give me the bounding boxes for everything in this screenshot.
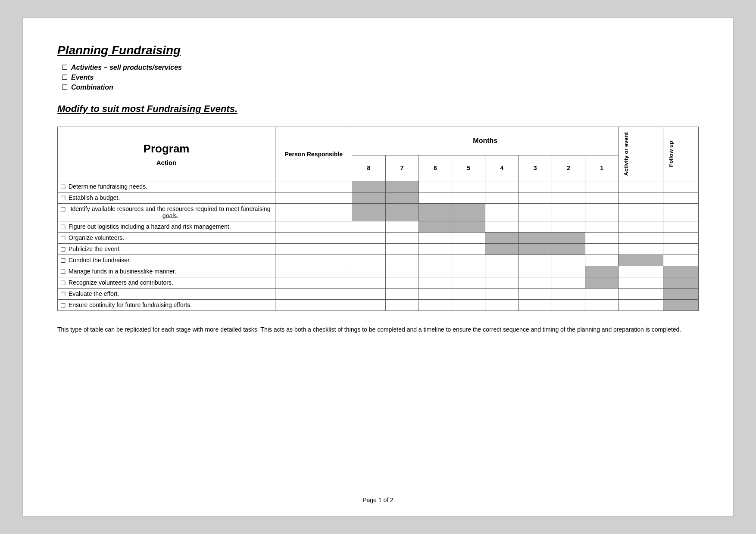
action-cell: Identify available resources and the res… [58, 204, 275, 221]
month-cell-6 [419, 300, 452, 311]
month-col-6: 6 [419, 155, 452, 181]
month-cell-5 [452, 181, 485, 192]
month-cell-8 [352, 266, 385, 277]
month-cell-6 [419, 192, 452, 204]
activity-cell [619, 244, 663, 255]
person-cell [275, 233, 352, 244]
action-label: Action [60, 159, 272, 166]
table-row: Identify available resources and the res… [58, 204, 699, 221]
month-cell-2 [552, 266, 585, 277]
activity-cell [619, 192, 663, 204]
month-cell-5 [452, 204, 485, 221]
person-cell [275, 181, 352, 192]
follow-up-header: Follow up [663, 127, 699, 181]
month-cell-2 [552, 221, 585, 233]
person-cell [275, 204, 352, 221]
month-cell-7 [385, 255, 419, 266]
table-row: Figure out logistics including a hazard … [58, 221, 699, 233]
month-cell-1 [585, 221, 618, 233]
month-cell-6 [419, 221, 452, 233]
follow-up-cell [663, 255, 699, 266]
month-cell-4 [485, 266, 519, 277]
month-cell-2 [552, 204, 585, 221]
activity-cell [619, 255, 663, 266]
activity-cell [619, 289, 663, 300]
activity-event-label: Activity or event [621, 129, 631, 179]
month-cell-2 [552, 300, 585, 311]
person-responsible-label: Person Responsible [284, 151, 343, 158]
activity-cell [619, 221, 663, 233]
month-cell-1 [585, 244, 618, 255]
follow-up-cell [663, 181, 699, 192]
month-col-4: 4 [485, 155, 519, 181]
person-cell [275, 192, 352, 204]
person-cell [275, 221, 352, 233]
month-cell-2 [552, 233, 585, 244]
month-cell-4 [485, 221, 519, 233]
month-cell-2 [552, 192, 585, 204]
month-cell-8 [352, 233, 385, 244]
month-cell-7 [385, 204, 419, 221]
month-cell-4 [485, 244, 519, 255]
month-cell-8 [352, 244, 385, 255]
action-cell: Recognize volunteers and contributors. [58, 277, 275, 289]
follow-up-cell [663, 233, 699, 244]
month-cell-3 [519, 266, 552, 277]
month-cell-3 [519, 221, 552, 233]
month-cell-3 [519, 233, 552, 244]
month-cell-8 [352, 277, 385, 289]
month-cell-8 [352, 181, 385, 192]
month-cell-4 [485, 192, 519, 204]
page-title: Planning Fundraising [57, 43, 699, 57]
month-col-1: 1 [585, 155, 618, 181]
month-cell-6 [419, 289, 452, 300]
month-cell-6 [419, 277, 452, 289]
checklist-item-3: Combination [62, 83, 699, 91]
checklist-item-1: Activities – sell products/services [62, 63, 699, 71]
follow-up-cell [663, 244, 699, 255]
month-cell-3 [519, 192, 552, 204]
month-cell-1 [585, 181, 618, 192]
follow-up-cell [663, 289, 699, 300]
month-col-7: 7 [385, 155, 419, 181]
person-cell [275, 266, 352, 277]
month-cell-5 [452, 233, 485, 244]
month-cell-4 [485, 289, 519, 300]
activity-event-header: Activity or event [619, 127, 663, 181]
month-cell-6 [419, 181, 452, 192]
month-cell-8 [352, 300, 385, 311]
action-cell: Figure out logistics including a hazard … [58, 221, 275, 233]
month-col-5: 5 [452, 155, 485, 181]
activity-cell [619, 266, 663, 277]
person-responsible-header: Person Responsible [275, 127, 352, 181]
month-cell-5 [452, 300, 485, 311]
table-row: Publicize the event. [58, 244, 699, 255]
month-cell-1 [585, 204, 618, 221]
table-row: Manage funds in a businesslike manner. [58, 266, 699, 277]
activity-cell [619, 181, 663, 192]
month-cell-7 [385, 233, 419, 244]
month-col-3: 3 [519, 155, 552, 181]
action-cell: Establish a budget. [58, 192, 275, 204]
footer-text: This type of table can be replicated for… [57, 325, 699, 334]
page-number: Page 1 of 2 [23, 497, 733, 503]
table-row: Determine fundraising needs. [58, 181, 699, 192]
follow-up-cell [663, 277, 699, 289]
person-cell [275, 244, 352, 255]
table-row: Establish a budget. [58, 192, 699, 204]
action-cell: Evaluate the effort. [58, 289, 275, 300]
month-cell-7 [385, 277, 419, 289]
subtitle: Modify to suit most Fundraising Events. [57, 103, 699, 115]
month-cell-7 [385, 221, 419, 233]
month-cell-4 [485, 233, 519, 244]
table-row: Recognize volunteers and contributors. [58, 277, 699, 289]
month-cell-8 [352, 289, 385, 300]
person-cell [275, 255, 352, 266]
activity-cell [619, 300, 663, 311]
table-row: Evaluate the effort. [58, 289, 699, 300]
month-cell-7 [385, 289, 419, 300]
month-cell-3 [519, 181, 552, 192]
month-cell-1 [585, 289, 618, 300]
activity-cell [619, 233, 663, 244]
month-cell-7 [385, 244, 419, 255]
